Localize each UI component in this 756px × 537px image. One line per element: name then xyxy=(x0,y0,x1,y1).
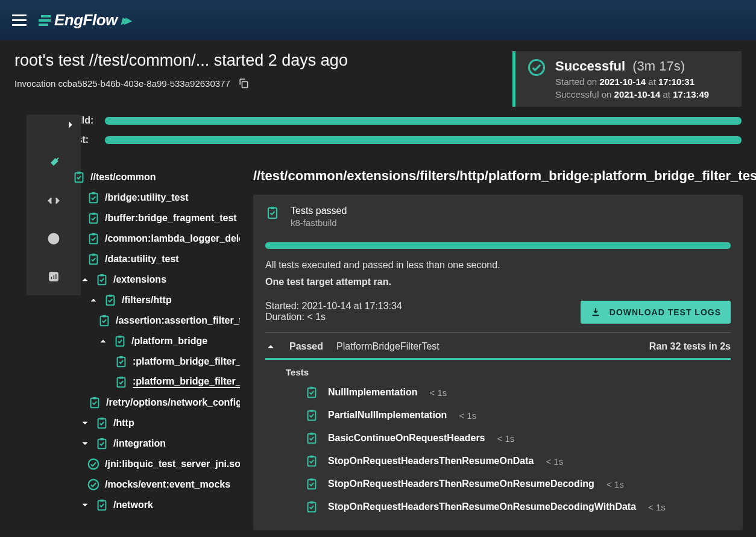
tree-item[interactable]: /jni:libquic_test_server_jni.so xyxy=(68,454,242,474)
test-duration: < 1s xyxy=(648,502,666,512)
tree-item-label: :platform_bridge_filter_tes xyxy=(133,376,240,388)
svg-rect-0 xyxy=(242,82,247,88)
brand-name: EngFlow xyxy=(54,11,118,30)
tree-item[interactable]: /http xyxy=(68,413,242,433)
clipboard-check-icon xyxy=(305,386,318,399)
status-duration: (3m 17s) xyxy=(632,58,685,74)
suite-name: PlatformBridgeFilterTest xyxy=(336,341,439,352)
logo-arrows-icon: ▸▸ xyxy=(121,13,127,28)
chevron-down-icon[interactable] xyxy=(80,418,90,429)
tree-item[interactable]: /common:lambda_logger_delega xyxy=(68,228,242,249)
tree-item[interactable]: /platform_bridge xyxy=(68,331,242,351)
tree-item[interactable]: /extensions xyxy=(68,269,242,290)
clipboard-check-icon xyxy=(88,396,101,409)
svg-rect-25 xyxy=(593,315,599,316)
detail-panel: //test/common/extensions/filters/http/pl… xyxy=(242,162,756,537)
tests-heading: Tests xyxy=(286,367,731,377)
success-circle-icon xyxy=(528,58,546,77)
test-row[interactable]: StopOnRequestHeadersThenResumeOnResumeDe… xyxy=(265,473,731,495)
chevron-right-icon[interactable] xyxy=(64,118,77,131)
clipboard-check-icon xyxy=(87,212,100,225)
result-label: Tests passed xyxy=(291,206,347,216)
tree-item[interactable]: /data:utility_test xyxy=(68,249,242,269)
test-duration: < 1s xyxy=(497,433,515,444)
tree-item[interactable]: /network xyxy=(68,495,242,515)
status-panel: Successful (3m 17s) Started on 2021-10-1… xyxy=(512,51,742,107)
tree-item-label: :platform_bridge_filter_int xyxy=(133,356,240,367)
clipboard-check-icon xyxy=(87,232,100,245)
clipboard-check-icon xyxy=(95,437,109,450)
progress-section: Build: Test: xyxy=(0,107,756,162)
tree-item-label: //test/common xyxy=(90,172,156,183)
copy-icon[interactable] xyxy=(238,77,250,89)
test-row[interactable]: StopOnRequestHeadersThenResumeOnData< 1s xyxy=(265,450,731,473)
clipboard-check-icon xyxy=(87,253,100,266)
test-name: StopOnRequestHeadersThenResumeOnResumeDe… xyxy=(328,479,594,489)
clipboard-check-icon xyxy=(115,355,128,368)
chevron-down-icon[interactable] xyxy=(80,438,90,449)
clipboard-check-icon xyxy=(72,171,86,184)
tree-item[interactable]: /assertion:assertion_filter_t xyxy=(68,310,242,331)
tree-item[interactable]: /bridge:utility_test xyxy=(68,187,242,208)
clipboard-check-icon xyxy=(95,416,109,430)
tree-item[interactable]: /mocks/event:event_mocks xyxy=(68,474,242,495)
tree-item-label: /platform_bridge xyxy=(131,336,207,347)
page-header: root's test //test/common/... started 2 … xyxy=(0,40,756,107)
test-duration: < 1s xyxy=(606,479,624,489)
logo-bars-icon xyxy=(39,15,51,26)
download-label: DOWNLOAD TEST LOGS xyxy=(610,307,721,317)
test-duration: < 1s xyxy=(546,456,563,466)
tree-item-label: /network xyxy=(113,500,153,510)
tree-item-label: /bridge:utility_test xyxy=(105,192,189,203)
chevron-down-icon[interactable] xyxy=(80,500,90,510)
chevron-up-icon[interactable] xyxy=(265,341,276,352)
tree-item-label: /assertion:assertion_filter_t xyxy=(116,315,240,326)
tree-item[interactable]: //test/common xyxy=(68,167,242,187)
test-row[interactable]: NullImplementation< 1s xyxy=(265,381,731,404)
tree-item-label: /filters/http xyxy=(122,295,172,306)
tree-item[interactable]: /retry/options/network_config xyxy=(68,392,242,413)
test-progress-bar xyxy=(105,136,742,144)
summary-line-2: One test target attempt ran. xyxy=(265,277,731,287)
svg-rect-4 xyxy=(51,277,52,280)
test-row[interactable]: StopOnRequestHeadersThenResumeOnResumeDe… xyxy=(265,495,731,518)
clipboard-check-icon xyxy=(115,375,128,389)
config-label: k8-fastbuild xyxy=(291,218,347,228)
chevron-up-icon[interactable] xyxy=(80,274,90,285)
test-duration: < 1s xyxy=(429,388,447,398)
summary-line-1: All tests executed and passed in less th… xyxy=(265,260,731,271)
brand-logo[interactable]: EngFlow ▸▸ xyxy=(39,11,127,30)
clipboard-check-icon xyxy=(87,191,100,204)
clipboard-check-icon xyxy=(113,334,127,348)
tree-item-label: /extensions xyxy=(113,274,166,285)
suite-header[interactable]: Passed PlatformBridgeFilterTest Ran 32 t… xyxy=(265,333,731,360)
tree-item[interactable]: :platform_bridge_filter_tes xyxy=(68,372,242,392)
chevron-up-icon[interactable] xyxy=(88,295,99,306)
tree-item-label: /http xyxy=(113,418,134,429)
check-circle-icon xyxy=(87,457,100,471)
page-title: root's test //test/common/... started 2 … xyxy=(14,51,348,70)
tree-item[interactable]: /filters/http xyxy=(68,290,242,310)
chevron-up-icon[interactable] xyxy=(98,336,109,347)
clipboard-check-icon xyxy=(305,477,318,491)
tree-item[interactable]: /buffer:bridge_fragment_test xyxy=(68,208,242,228)
test-row[interactable]: BasicContinueOnRequestHeaders< 1s xyxy=(265,427,731,450)
tree-item[interactable]: /integration xyxy=(68,433,242,454)
test-name: StopOnRequestHeadersThenResumeOnData xyxy=(328,456,534,466)
hamburger-menu-icon[interactable] xyxy=(12,13,27,28)
test-duration: < 1s xyxy=(459,410,476,421)
tree-item[interactable]: :platform_bridge_filter_int xyxy=(68,351,242,372)
test-name: PartialNullImplementation xyxy=(328,410,447,421)
suite-summary: Ran 32 tests in 2s xyxy=(649,341,731,352)
target-tree[interactable]: //test/common/bridge:utility_test/buffer… xyxy=(68,162,242,537)
test-row[interactable]: PartialNullImplementation< 1s xyxy=(265,404,731,427)
download-test-logs-button[interactable]: DOWNLOAD TEST LOGS xyxy=(581,301,731,324)
clipboard-check-icon xyxy=(305,432,318,445)
check-circle-icon xyxy=(87,478,100,491)
detail-title: //test/common/extensions/filters/http/pl… xyxy=(253,168,743,184)
clipboard-check-icon xyxy=(305,409,318,422)
svg-rect-6 xyxy=(55,274,57,279)
top-bar: EngFlow ▸▸ xyxy=(0,0,756,40)
tree-item-label: /jni:libquic_test_server_jni.so xyxy=(105,459,240,469)
build-progress-bar xyxy=(105,117,742,125)
